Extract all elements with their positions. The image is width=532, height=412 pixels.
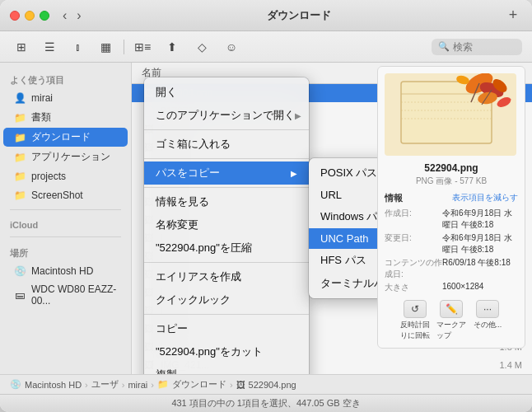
cm-copy-path[interactable]: パスをコピー ▶ POSIX パス URL Windows パス UNC Pat… <box>144 162 309 185</box>
svg-point-12 <box>496 96 513 110</box>
path-segment[interactable]: ユーザ <box>91 378 119 391</box>
search-input[interactable] <box>453 41 519 53</box>
folder-icon: 📁 <box>13 131 26 144</box>
submenu-arrow-icon: ▶ <box>291 169 297 178</box>
cm-cut[interactable]: "522904.png"をカット <box>144 340 309 363</box>
cm-duplicate[interactable]: 複製 <box>144 363 309 374</box>
cm-copy[interactable]: コピー <box>144 317 309 340</box>
sidebar-item-label: ScreenShot <box>31 190 83 201</box>
cm-quicklook[interactable]: クイックルック <box>144 288 309 311</box>
path-segment[interactable]: ダウンロード <box>172 378 226 391</box>
cm-trash[interactable]: ゴミ箱に入れる <box>144 133 309 156</box>
cm-alias[interactable]: エイリアスを作成 <box>144 265 309 288</box>
path-segment[interactable]: 🖼 <box>236 380 245 390</box>
preview-modified-row: 変更日: 令和6年9月18日 水曜日 午後8:18 <box>385 232 518 255</box>
nav-buttons: ‹ › <box>59 8 85 23</box>
cm-separator <box>144 314 309 315</box>
sidebar-item-label: mirai <box>31 92 53 104</box>
sidebar-item-label: ダウンロード <box>31 130 91 144</box>
path-bar: 💿 Macintosh HD › ユーザ › mirai › 📁 ダウンロード … <box>0 374 532 394</box>
preview-fileinfo: PNG 画像 - 577 KB <box>385 176 518 187</box>
tag-button[interactable]: ◇ <box>190 38 213 56</box>
minimize-button[interactable] <box>25 11 35 21</box>
arrange-button[interactable]: ⊞≡ <box>131 38 154 56</box>
cm-open[interactable]: 開く <box>144 81 309 104</box>
path-segment[interactable]: 💿 <box>10 379 21 390</box>
path-separator: › <box>151 380 154 390</box>
sidebar-item-label: WDC WD80 EAZZ-00... <box>31 283 118 307</box>
folder-icon: 📁 <box>13 111 26 124</box>
sidebar-item-screenshot[interactable]: 📁 ScreenShot <box>3 186 128 204</box>
rotate-label: 反時計回りに回転 <box>400 320 430 341</box>
content-created-key: コンテンツの作成日: <box>385 257 442 280</box>
sidebar: よく使う項目 👤 mirai 📁 書類 📁 ダウンロード 📁 アプリケーション … <box>0 63 132 374</box>
cm-compress[interactable]: "522904.png"を圧縮 <box>144 236 309 260</box>
preview-details-header: 情報 表示項目を減らす <box>385 192 518 204</box>
cm-separator <box>144 187 309 188</box>
finder-window: ‹ › ダウンロード + ⊞ ☰ ⫾ ▦ ⊞≡ ⬆ ◇ ☺ 🔍 よく使う項目 👤… <box>0 0 532 412</box>
sidebar-item-wdc[interactable]: 🖴 WDC WD80 EAZZ-00... <box>3 281 128 309</box>
sidebar-item-mirai[interactable]: 👤 mirai <box>3 89 128 107</box>
cm-rename[interactable]: 名称変更 <box>144 213 309 236</box>
back-button[interactable]: ‹ <box>59 8 70 23</box>
created-val: 令和6年9月18日 水曜日 午後8:18 <box>442 208 518 231</box>
toggle-info-link[interactable]: 表示項目を減らす <box>452 192 518 204</box>
cm-open-with[interactable]: このアプリケーションで開く ▶ <box>144 104 309 127</box>
sidebar-item-label: 書類 <box>31 110 51 124</box>
context-menu: 開く このアプリケーションで開く ▶ ゴミ箱に入れる パスをコピー ▶ <box>144 77 309 374</box>
search-icon: 🔍 <box>438 41 450 52</box>
modified-key: 変更日: <box>385 232 442 255</box>
more-action[interactable]: ··· その他... <box>473 300 502 341</box>
add-button[interactable]: + <box>504 7 522 25</box>
sidebar-separator <box>10 209 121 210</box>
modified-val: 令和6年9月18日 水曜日 午後8:18 <box>442 232 518 255</box>
cm-info[interactable]: 情報を見る <box>144 190 309 213</box>
markup-label: マークアップ <box>436 320 466 341</box>
disk-icon: 💿 <box>13 265 26 278</box>
titlebar: ‹ › ダウンロード + <box>0 0 532 31</box>
person-icon: 👤 <box>13 91 26 105</box>
window-title: ダウンロード <box>95 8 504 23</box>
sidebar-item-macintosh-hd[interactable]: 💿 Macintosh HD <box>3 262 128 280</box>
content-created-val: R6/09/18 午後8:18 <box>442 257 518 280</box>
path-separator: › <box>122 380 125 390</box>
column-view-button[interactable]: ⫾ <box>66 38 89 56</box>
path-segment[interactable]: 📁 <box>157 379 169 390</box>
folder-icon: 📁 <box>13 189 26 202</box>
forward-button[interactable]: › <box>73 8 84 23</box>
sidebar-item-label: Macintosh HD <box>31 265 93 277</box>
disk-icon: 🖴 <box>13 288 26 302</box>
path-segment[interactable]: Macintosh HD <box>25 380 82 390</box>
fullscreen-button[interactable] <box>40 11 49 21</box>
rotate-action[interactable]: ↺ 反時計回りに回転 <box>400 300 430 341</box>
status-bar: 431 項目の中の 1項目を選択、447.05 GB 空き <box>0 394 532 412</box>
cm-separator <box>144 262 309 263</box>
body-area: よく使う項目 👤 mirai 📁 書類 📁 ダウンロード 📁 アプリケーション … <box>0 63 532 374</box>
folder-icon: 📁 <box>13 151 26 164</box>
markup-action[interactable]: ✏️ マークアップ <box>436 300 466 341</box>
gallery-view-button[interactable]: ▦ <box>94 38 117 56</box>
toolbar: ⊞ ☰ ⫾ ▦ ⊞≡ ⬆ ◇ ☺ 🔍 <box>0 31 532 63</box>
dimensions-key: 大きさ <box>385 282 442 293</box>
sidebar-item-documents[interactable]: 📁 書類 <box>3 108 128 127</box>
folder-icon: 📁 <box>13 170 26 183</box>
path-segment[interactable]: mirai <box>128 380 147 390</box>
icon-view-button[interactable]: ⊞ <box>10 38 33 56</box>
list-view-button[interactable]: ☰ <box>38 38 61 56</box>
path-segment[interactable]: 522904.png <box>249 380 296 390</box>
more-button[interactable]: ☺ <box>220 38 243 56</box>
preview-filename: 522904.png <box>385 162 518 174</box>
more-label: その他... <box>474 320 502 330</box>
toolbar-separator <box>124 40 124 54</box>
share-button[interactable]: ⬆ <box>161 38 184 56</box>
main-content: 名前 サイズ 🖼 522904.png 577 📄 2176797... 1.1… <box>132 63 532 374</box>
markup-icon: ✏️ <box>440 300 463 318</box>
favorites-label: よく使う項目 <box>0 69 131 88</box>
status-text: 431 項目の中の 1項目を選択、447.05 GB 空き <box>171 397 360 410</box>
cm-separator <box>144 158 309 159</box>
preview-created-row: 作成日: 令和6年9月18日 水曜日 午後8:18 <box>385 208 518 231</box>
sidebar-item-projects[interactable]: 📁 projects <box>3 167 128 185</box>
close-button[interactable] <box>10 11 20 21</box>
sidebar-item-downloads[interactable]: 📁 ダウンロード <box>3 128 128 147</box>
sidebar-item-applications[interactable]: 📁 アプリケーション <box>3 147 128 166</box>
